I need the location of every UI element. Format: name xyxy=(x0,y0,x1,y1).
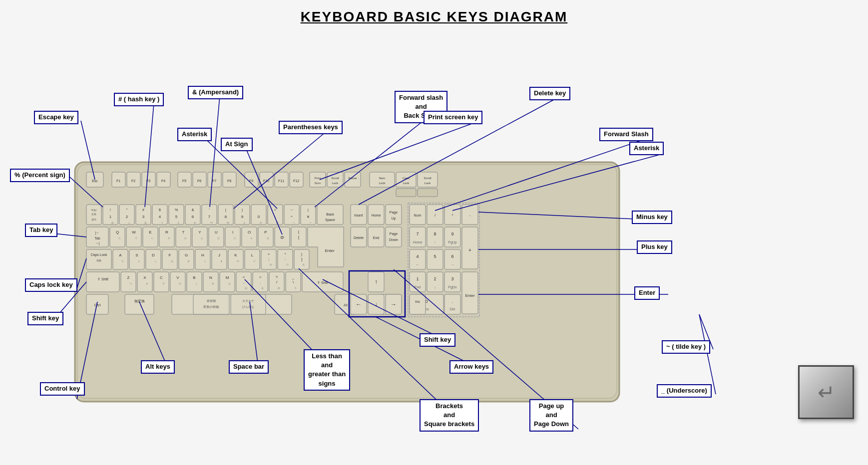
label-enter: Enter xyxy=(634,286,660,300)
svg-text:=: = xyxy=(274,208,276,212)
svg-text:Delete: Delete xyxy=(354,236,364,239)
svg-rect-4 xyxy=(112,172,125,187)
svg-line-329 xyxy=(77,258,86,288)
svg-rect-309 xyxy=(444,294,460,314)
svg-text:~: ~ xyxy=(291,208,293,212)
svg-text:Scrn: Scrn xyxy=(315,182,321,185)
svg-rect-120 xyxy=(86,227,108,247)
svg-text:←: ← xyxy=(416,263,420,266)
svg-rect-223 xyxy=(410,249,426,269)
svg-text:し: し xyxy=(154,259,157,262)
svg-rect-114 xyxy=(427,205,443,225)
svg-text:J: J xyxy=(218,253,220,257)
label-caps-lock: Caps lock key xyxy=(25,278,77,292)
svg-text:Lock: Lock xyxy=(403,182,410,185)
svg-text:-: - xyxy=(275,215,276,219)
svg-text:Ins: Ins xyxy=(415,300,420,303)
svg-text:2: 2 xyxy=(434,276,436,281)
svg-rect-228 xyxy=(444,249,460,269)
svg-text:,: , xyxy=(243,280,244,284)
svg-text:&: & xyxy=(192,208,194,212)
label-alt-keys: Alt keys xyxy=(141,360,175,374)
svg-text:Ctrl: Ctrl xyxy=(94,303,101,307)
svg-text:V: V xyxy=(176,275,179,280)
svg-text:ゆ: ゆ xyxy=(227,221,229,224)
svg-text:り: り xyxy=(253,259,256,262)
svg-text:F6: F6 xyxy=(197,179,201,183)
label-minus-key: Minus key xyxy=(632,211,672,224)
svg-text:Home: Home xyxy=(372,214,381,217)
svg-rect-39 xyxy=(396,172,416,187)
svg-text:Alt: Alt xyxy=(344,303,348,307)
svg-text:゛: ゛ xyxy=(283,241,286,244)
page-title: KEYBOARD BASIC KEYS DIAGRAM xyxy=(0,9,868,25)
svg-text:Lock: Lock xyxy=(425,182,432,185)
svg-text:み: み xyxy=(212,282,214,285)
svg-rect-287 xyxy=(125,294,154,314)
label-delete-key: Delete key xyxy=(529,87,570,100)
label-forward-slash: Forward Slash xyxy=(599,128,653,141)
svg-text:F1: F1 xyxy=(116,179,120,183)
svg-text:Del: Del xyxy=(450,307,455,311)
svg-text:⇑ Shift: ⇑ Shift xyxy=(97,277,108,281)
svg-rect-239 xyxy=(154,272,169,292)
svg-text:↓: ↓ xyxy=(434,285,436,289)
svg-line-326 xyxy=(452,154,663,211)
svg-text:に: に xyxy=(234,236,236,239)
svg-text:カタカナ: カタカナ xyxy=(242,299,254,302)
svg-text:Enter: Enter xyxy=(325,248,334,253)
svg-text:こ: こ xyxy=(195,282,198,285)
svg-text:F4: F4 xyxy=(161,179,165,183)
svg-rect-304 xyxy=(386,294,402,314)
svg-rect-22 xyxy=(260,172,273,187)
svg-text:D: D xyxy=(152,253,155,257)
svg-text:れ: れ xyxy=(270,263,272,266)
svg-text:→: → xyxy=(391,301,397,308)
svg-text:変換(2候補): 変換(2候補) xyxy=(203,305,219,308)
svg-rect-289 xyxy=(172,294,292,314)
svg-rect-24 xyxy=(275,172,288,187)
svg-text:→: → xyxy=(451,263,454,266)
svg-rect-202 xyxy=(212,249,227,269)
svg-rect-20 xyxy=(245,172,258,187)
svg-text:6: 6 xyxy=(451,254,453,259)
svg-rect-116 xyxy=(444,205,460,225)
svg-text:て: て xyxy=(135,236,137,239)
svg-text:]: ] xyxy=(301,257,302,261)
svg-rect-47 xyxy=(86,205,101,225)
svg-text:ん: ん xyxy=(201,236,203,239)
svg-rect-75 xyxy=(202,205,217,225)
svg-text:F8: F8 xyxy=(227,179,231,183)
svg-text:}: } xyxy=(301,252,303,256)
svg-rect-107 xyxy=(368,205,384,225)
svg-text:そ: そ xyxy=(162,282,165,285)
svg-text:1: 1 xyxy=(109,215,112,219)
svg-rect-270 xyxy=(302,272,343,292)
svg-line-328 xyxy=(54,233,86,237)
svg-text:8: 8 xyxy=(225,215,227,219)
svg-text:@: @ xyxy=(280,235,284,239)
svg-text:ろ: ろ xyxy=(294,286,297,289)
svg-text:9: 9 xyxy=(451,232,453,236)
svg-rect-136 xyxy=(176,227,191,247)
svg-text:ぬ: ぬ xyxy=(111,221,114,224)
label-tilde: ~ ( tilde key ) xyxy=(662,340,710,354)
svg-line-320 xyxy=(245,146,282,234)
svg-rect-109 xyxy=(386,205,402,225)
svg-text:I: I xyxy=(232,230,233,234)
svg-text:\: \ xyxy=(293,280,294,284)
svg-rect-251 xyxy=(220,272,235,292)
svg-text:*: * xyxy=(451,213,453,218)
svg-rect-163 xyxy=(351,227,367,247)
svg-text:う: う xyxy=(161,221,163,224)
svg-text:K: K xyxy=(234,253,237,257)
svg-text:9: 9 xyxy=(241,215,244,219)
svg-text:R: R xyxy=(165,230,168,234)
label-space-bar: Space bar xyxy=(229,360,269,374)
svg-rect-83 xyxy=(235,205,250,225)
svg-rect-102 xyxy=(317,205,343,225)
svg-text:→|: →| xyxy=(95,241,100,245)
svg-rect-170 xyxy=(410,227,426,247)
svg-line-323 xyxy=(320,121,478,180)
svg-text:つ: つ xyxy=(129,282,132,285)
